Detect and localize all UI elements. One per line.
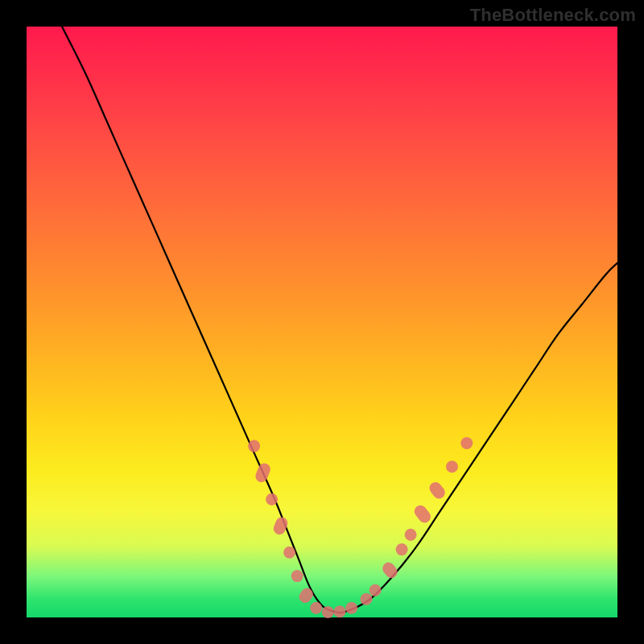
curve-marker-pill [427,480,447,502]
curve-marker-dot [396,543,408,555]
curve-markers [248,437,473,618]
curve-marker-pill [254,461,272,484]
curve-marker-pill [412,503,433,526]
curve-marker-dot [345,602,357,614]
bottleneck-curve [62,27,617,613]
curve-marker-dot [446,460,458,473]
watermark-text: TheBottleneck.com [470,5,636,26]
curve-marker-dot [322,606,334,618]
curve-marker-dot [334,605,346,617]
curve-marker-dot [310,602,322,614]
curve-marker-dot [369,584,382,597]
curve-marker-dot [405,529,417,541]
curve-marker-dot [460,437,473,449]
curve-marker-pill [380,560,400,580]
plot-area [27,27,617,617]
curve-marker-pill [297,586,316,605]
curve-marker-dot [283,547,295,559]
curve-marker-pill [272,515,290,536]
curve-marker-dot [248,440,260,452]
curve-svg [27,27,617,617]
curve-marker-dot [266,493,278,506]
curve-marker-dot [291,570,303,582]
curve-marker-dot [361,593,373,605]
chart-frame: TheBottleneck.com [0,0,644,644]
